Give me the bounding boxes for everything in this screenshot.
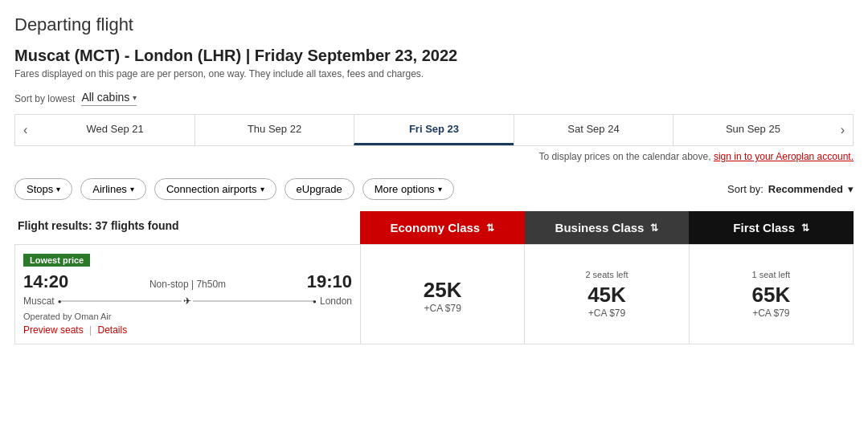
separator: | (89, 324, 92, 336)
departure-time: 14:20 (23, 271, 68, 292)
first-seats-left: 1 seat left (751, 270, 790, 279)
chevron-down-icon: ▾ (260, 185, 264, 194)
economy-plus-cash: +CA $79 (424, 303, 461, 314)
sort-by-right-value: Recommended (768, 183, 843, 195)
economy-price-col[interactable]: 25K +CA $79 (361, 245, 525, 344)
results-count: 37 flights found (95, 219, 178, 232)
flight-card: Lowest price 14:20 Non-stop | 7h50m 19:1… (14, 244, 854, 344)
business-class-header[interactable]: Business Class ⇅ (525, 211, 690, 244)
route-title: Muscat (MCT) - London (LHR) | Friday Sep… (14, 47, 854, 65)
sort-row: Sort by lowest All cabins ▾ (14, 91, 854, 106)
first-class-header[interactable]: First Class ⇅ (689, 211, 854, 244)
departure-arrival: 14:20 Non-stop | 7h50m 19:10 (23, 271, 352, 292)
economy-points: 25K (424, 278, 462, 303)
results-label: Flight results: 37 flights found (14, 211, 360, 244)
sort-right: Sort by: Recommended ▾ (727, 183, 854, 195)
sort-icon: ⇅ (801, 222, 809, 234)
results-label-text: Flight results: (18, 219, 92, 232)
chevron-down-icon: ▾ (56, 185, 60, 194)
calendar-nav: ‹ Wed Sep 21 Thu Sep 22 Fri Sep 23 Sat S… (14, 114, 854, 146)
operated-by: Operated by Oman Air (23, 312, 352, 321)
sort-icon: ⇅ (650, 222, 658, 234)
calendar-day-1[interactable]: Thu Sep 22 (194, 115, 354, 145)
economy-class-header[interactable]: Economy Class ⇅ (360, 211, 525, 244)
chevron-down-icon: ▾ (848, 183, 854, 195)
chevron-down-icon: ▾ (133, 93, 137, 102)
results-header: Flight results: 37 flights found Economy… (14, 211, 854, 244)
route-bar: Muscat ✈ London (23, 295, 352, 307)
arrival-time: 19:10 (307, 271, 352, 292)
airlines-filter-button[interactable]: Airlines ▾ (80, 178, 146, 200)
all-cabins-value: All cabins (81, 91, 129, 104)
business-points: 45K (588, 283, 626, 308)
chevron-down-icon: ▾ (438, 185, 442, 194)
first-plus-cash: +CA $79 (752, 308, 789, 319)
card-actions: Preview seats | Details (23, 324, 352, 336)
calendar-day-4[interactable]: Sun Sep 25 (673, 115, 832, 145)
lowest-price-badge: Lowest price (23, 254, 90, 267)
economy-class-label: Economy Class (390, 221, 480, 234)
sort-icon: ⇅ (486, 222, 494, 234)
sign-in-prefix: To display prices on the calendar above, (538, 151, 710, 162)
city-to: London (320, 295, 352, 307)
business-plus-cash: +CA $79 (588, 308, 625, 319)
stops-filter-button[interactable]: Stops ▾ (14, 178, 72, 200)
calendar-day-0[interactable]: Wed Sep 21 (35, 115, 194, 145)
filters-row: Stops ▾ Airlines ▾ Connection airports ▾… (14, 178, 854, 200)
sign-in-note: To display prices on the calendar above,… (14, 151, 854, 162)
preview-seats-link[interactable]: Preview seats (23, 324, 84, 336)
plane-icon: ✈ (182, 295, 193, 307)
route-line: ✈ (61, 300, 313, 302)
business-class-label: Business Class (555, 221, 645, 234)
calendar-day-3[interactable]: Sat Sep 24 (514, 115, 673, 145)
calendar-prev-button[interactable]: ‹ (15, 115, 35, 145)
eupgrade-button[interactable]: eUpgrade (285, 178, 354, 200)
details-link[interactable]: Details (98, 324, 128, 336)
calendar-day-2[interactable]: Fri Sep 23 (354, 115, 513, 145)
all-cabins-dropdown[interactable]: All cabins ▾ (81, 91, 137, 106)
business-price-col[interactable]: 2 seats left 45K +CA $79 (525, 245, 689, 344)
first-points: 65K (751, 283, 790, 308)
business-seats-left: 2 seats left (585, 270, 628, 279)
flight-info: Lowest price 14:20 Non-stop | 7h50m 19:1… (15, 245, 361, 344)
fare-note: Fares displayed on this page are per per… (14, 68, 854, 79)
first-price-col[interactable]: 1 seat left 65K +CA $79 (690, 245, 853, 344)
sort-by-label: Sort by lowest (14, 93, 75, 104)
stops-info: Non-stop | 7h50m (75, 279, 300, 290)
chevron-down-icon: ▾ (130, 185, 134, 194)
more-options-button[interactable]: More options ▾ (362, 178, 454, 200)
connection-airports-filter-button[interactable]: Connection airports ▾ (154, 178, 276, 200)
sign-in-link[interactable]: sign in to your Aeroplan account. (714, 151, 854, 162)
city-from: Muscat (23, 295, 55, 307)
page-title: Departing flight (14, 14, 854, 35)
first-class-label: First Class (733, 221, 795, 234)
sort-by-right-label: Sort by: (727, 183, 764, 195)
calendar-next-button[interactable]: › (833, 115, 853, 145)
